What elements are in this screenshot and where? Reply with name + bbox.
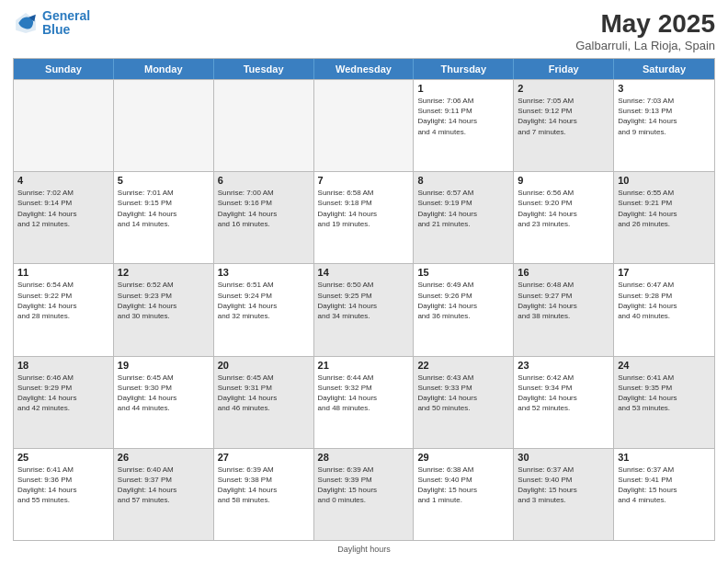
day-number: 7 — [318, 175, 410, 186]
calendar-cell-day-9: 9Sunrise: 6:56 AM Sunset: 9:20 PM Daylig… — [514, 172, 614, 263]
day-number: 14 — [318, 267, 410, 278]
day-number: 29 — [417, 452, 509, 463]
cell-info: Sunrise: 6:38 AM Sunset: 9:40 PM Dayligh… — [417, 465, 509, 506]
calendar-cell-day-14: 14Sunrise: 6:50 AM Sunset: 9:25 PM Dayli… — [314, 264, 415, 355]
day-number: 1 — [417, 83, 509, 94]
calendar-cell-day-28: 28Sunrise: 6:39 AM Sunset: 9:39 PM Dayli… — [314, 449, 415, 540]
header-day-monday: Monday — [114, 59, 214, 79]
header-day-sunday: Sunday — [14, 59, 114, 79]
month-title: May 2025 — [575, 9, 715, 39]
calendar-cell-day-12: 12Sunrise: 6:52 AM Sunset: 9:23 PM Dayli… — [114, 264, 214, 355]
calendar-cell-day-13: 13Sunrise: 6:51 AM Sunset: 9:24 PM Dayli… — [214, 264, 314, 355]
day-number: 2 — [518, 83, 609, 94]
header: General Blue May 2025 Galbarruli, La Rio… — [13, 9, 715, 52]
calendar-cell-empty — [114, 80, 214, 171]
calendar-cell-day-5: 5Sunrise: 7:01 AM Sunset: 9:15 PM Daylig… — [114, 172, 214, 263]
day-number: 19 — [118, 360, 210, 371]
calendar-cell-day-3: 3Sunrise: 7:03 AM Sunset: 9:13 PM Daylig… — [614, 80, 714, 171]
day-number: 24 — [618, 360, 711, 371]
day-number: 15 — [417, 267, 509, 278]
logo-line2: Blue — [42, 22, 70, 37]
header-day-wednesday: Wednesday — [314, 59, 415, 79]
cell-info: Sunrise: 7:01 AM Sunset: 9:15 PM Dayligh… — [118, 188, 210, 229]
title-block: May 2025 Galbarruli, La Rioja, Spain — [575, 9, 715, 52]
day-number: 11 — [17, 267, 109, 278]
cell-info: Sunrise: 7:03 AM Sunset: 9:13 PM Dayligh… — [618, 96, 711, 137]
cell-info: Sunrise: 6:58 AM Sunset: 9:18 PM Dayligh… — [318, 188, 410, 229]
calendar-cell-empty — [214, 80, 314, 171]
cell-info: Sunrise: 6:55 AM Sunset: 9:21 PM Dayligh… — [618, 188, 711, 229]
calendar-cell-day-7: 7Sunrise: 6:58 AM Sunset: 9:18 PM Daylig… — [314, 172, 415, 263]
cell-info: Sunrise: 6:41 AM Sunset: 9:36 PM Dayligh… — [17, 465, 109, 506]
cell-info: Sunrise: 6:49 AM Sunset: 9:26 PM Dayligh… — [417, 280, 509, 321]
cell-info: Sunrise: 6:44 AM Sunset: 9:32 PM Dayligh… — [318, 373, 410, 414]
cell-info: Sunrise: 7:02 AM Sunset: 9:14 PM Dayligh… — [17, 188, 109, 229]
logo: General Blue — [13, 9, 90, 38]
calendar-cell-day-11: 11Sunrise: 6:54 AM Sunset: 9:22 PM Dayli… — [14, 264, 114, 355]
calendar-cell-day-26: 26Sunrise: 6:40 AM Sunset: 9:37 PM Dayli… — [114, 449, 214, 540]
day-number: 5 — [118, 175, 210, 186]
day-number: 18 — [17, 360, 109, 371]
calendar-header: SundayMondayTuesdayWednesdayThursdayFrid… — [14, 59, 714, 79]
calendar-row-4: 25Sunrise: 6:41 AM Sunset: 9:36 PM Dayli… — [14, 448, 714, 540]
header-day-saturday: Saturday — [614, 59, 714, 79]
calendar-cell-day-22: 22Sunrise: 6:43 AM Sunset: 9:33 PM Dayli… — [414, 357, 514, 448]
day-number: 10 — [618, 175, 711, 186]
day-number: 23 — [518, 360, 609, 371]
calendar-cell-day-16: 16Sunrise: 6:48 AM Sunset: 9:27 PM Dayli… — [514, 264, 614, 355]
cell-info: Sunrise: 7:06 AM Sunset: 9:11 PM Dayligh… — [417, 96, 509, 137]
day-number: 28 — [318, 452, 410, 463]
calendar-row-2: 11Sunrise: 6:54 AM Sunset: 9:22 PM Dayli… — [14, 263, 714, 355]
calendar-cell-day-10: 10Sunrise: 6:55 AM Sunset: 9:21 PM Dayli… — [614, 172, 714, 263]
cell-info: Sunrise: 6:47 AM Sunset: 9:28 PM Dayligh… — [618, 280, 711, 321]
calendar-cell-day-31: 31Sunrise: 6:37 AM Sunset: 9:41 PM Dayli… — [614, 449, 714, 540]
cell-info: Sunrise: 6:48 AM Sunset: 9:27 PM Dayligh… — [518, 280, 609, 321]
day-number: 25 — [17, 452, 109, 463]
calendar-cell-day-23: 23Sunrise: 6:42 AM Sunset: 9:34 PM Dayli… — [514, 357, 614, 448]
cell-info: Sunrise: 6:39 AM Sunset: 9:39 PM Dayligh… — [318, 465, 410, 506]
calendar-cell-day-8: 8Sunrise: 6:57 AM Sunset: 9:19 PM Daylig… — [414, 172, 514, 263]
cell-info: Sunrise: 6:37 AM Sunset: 9:40 PM Dayligh… — [518, 465, 609, 506]
cell-info: Sunrise: 6:50 AM Sunset: 9:25 PM Dayligh… — [318, 280, 410, 321]
cell-info: Sunrise: 7:00 AM Sunset: 9:16 PM Dayligh… — [218, 188, 310, 229]
cell-info: Sunrise: 6:57 AM Sunset: 9:19 PM Dayligh… — [417, 188, 509, 229]
calendar-cell-day-6: 6Sunrise: 7:00 AM Sunset: 9:16 PM Daylig… — [214, 172, 314, 263]
location-subtitle: Galbarruli, La Rioja, Spain — [575, 39, 715, 52]
day-number: 21 — [318, 360, 410, 371]
day-number: 17 — [618, 267, 711, 278]
cell-info: Sunrise: 6:40 AM Sunset: 9:37 PM Dayligh… — [118, 465, 210, 506]
calendar-cell-day-21: 21Sunrise: 6:44 AM Sunset: 9:32 PM Dayli… — [314, 357, 415, 448]
calendar: SundayMondayTuesdayWednesdayThursdayFrid… — [13, 58, 715, 541]
day-number: 4 — [17, 175, 109, 186]
header-day-thursday: Thursday — [414, 59, 514, 79]
cell-info: Sunrise: 6:56 AM Sunset: 9:20 PM Dayligh… — [518, 188, 609, 229]
calendar-row-3: 18Sunrise: 6:46 AM Sunset: 9:29 PM Dayli… — [14, 356, 714, 448]
cell-info: Sunrise: 6:45 AM Sunset: 9:30 PM Dayligh… — [118, 373, 210, 414]
calendar-cell-day-24: 24Sunrise: 6:41 AM Sunset: 9:35 PM Dayli… — [614, 357, 714, 448]
cell-info: Sunrise: 6:43 AM Sunset: 9:33 PM Dayligh… — [417, 373, 509, 414]
day-number: 31 — [618, 452, 711, 463]
day-number: 12 — [118, 267, 210, 278]
header-day-tuesday: Tuesday — [214, 59, 314, 79]
day-number: 20 — [218, 360, 310, 371]
calendar-cell-day-30: 30Sunrise: 6:37 AM Sunset: 9:40 PM Dayli… — [514, 449, 614, 540]
calendar-cell-day-4: 4Sunrise: 7:02 AM Sunset: 9:14 PM Daylig… — [14, 172, 114, 263]
day-number: 22 — [417, 360, 509, 371]
calendar-cell-day-29: 29Sunrise: 6:38 AM Sunset: 9:40 PM Dayli… — [414, 449, 514, 540]
calendar-cell-day-20: 20Sunrise: 6:45 AM Sunset: 9:31 PM Dayli… — [214, 357, 314, 448]
calendar-cell-empty — [14, 80, 114, 171]
calendar-cell-day-18: 18Sunrise: 6:46 AM Sunset: 9:29 PM Dayli… — [14, 357, 114, 448]
day-number: 30 — [518, 452, 609, 463]
day-number: 6 — [218, 175, 310, 186]
cell-info: Sunrise: 7:05 AM Sunset: 9:12 PM Dayligh… — [518, 96, 609, 137]
page: General Blue May 2025 Galbarruli, La Rio… — [0, 0, 728, 563]
cell-info: Sunrise: 6:41 AM Sunset: 9:35 PM Dayligh… — [618, 373, 711, 414]
calendar-row-1: 4Sunrise: 7:02 AM Sunset: 9:14 PM Daylig… — [14, 171, 714, 263]
logo-icon — [13, 10, 39, 36]
logo-text: General Blue — [42, 9, 90, 38]
calendar-body: 1Sunrise: 7:06 AM Sunset: 9:11 PM Daylig… — [14, 79, 714, 540]
calendar-cell-day-17: 17Sunrise: 6:47 AM Sunset: 9:28 PM Dayli… — [614, 264, 714, 355]
cell-info: Sunrise: 6:39 AM Sunset: 9:38 PM Dayligh… — [218, 465, 310, 506]
day-number: 3 — [618, 83, 711, 94]
cell-info: Sunrise: 6:54 AM Sunset: 9:22 PM Dayligh… — [17, 280, 109, 321]
